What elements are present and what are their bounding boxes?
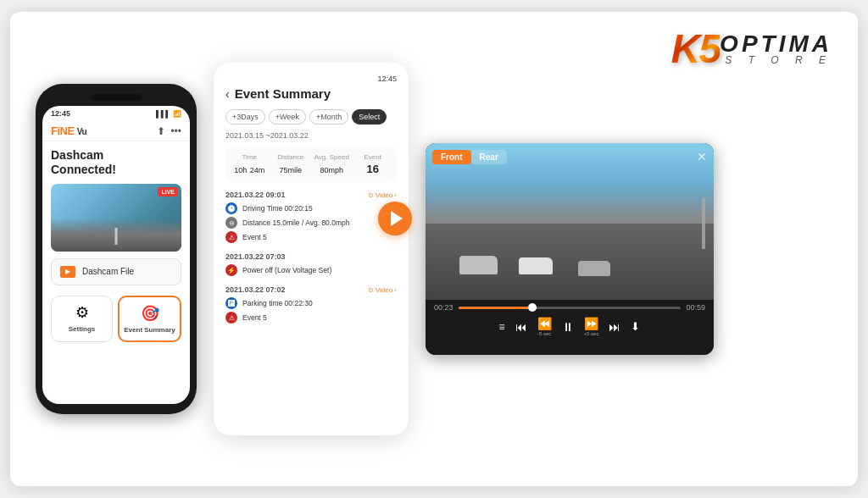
event-section-1-date: 2021.03.22 09:01 [225, 191, 286, 199]
more-icon[interactable]: ••• [170, 125, 181, 137]
stat-event-value: 16 [353, 163, 394, 175]
stat-event-label: Event [353, 153, 394, 161]
next-button[interactable]: ⏭ [609, 320, 620, 334]
ks-optima-logo: K5 OPTIMA S T O R E [671, 29, 832, 69]
rewind-label: -5 sec [537, 331, 551, 336]
video-controls-bar: 00:23 00:59 ≡ ⏮ ⏪ -5 sec [426, 300, 714, 355]
event-panel-time: 12:45 [377, 75, 397, 83]
event-section-3-header: 2021.03.22 07:02 ⊙ Video › [225, 285, 397, 294]
event-item-distance: ⊖ Distance 15.0mile / Avg. 80.0mph [225, 217, 397, 229]
event-panel-status-bar: 12:45 [225, 75, 397, 83]
stats-grid: Time 10h 24m Distance 75mile Avg. Speed … [225, 147, 397, 182]
live-badge: LIVE [158, 187, 178, 196]
play-button[interactable] [378, 202, 412, 235]
settings-label: Settings [69, 325, 96, 333]
optima-text: OPTIMA [720, 32, 832, 56]
tab-rear[interactable]: Rear [471, 150, 507, 164]
event-panel-header: ‹ Event Summary [225, 86, 397, 101]
stat-time-value: 10h 24m [229, 163, 270, 175]
controls-row: ≡ ⏮ ⏪ -5 sec ⏸ ⏩ +5 sec ⏭ [434, 317, 705, 336]
event-section-2-date: 2021.03.22 07:03 [225, 252, 286, 261]
filter-select-button[interactable]: Select [352, 109, 387, 125]
event-panel-title: Event Summary [235, 86, 331, 101]
stat-distance-label: Distance [270, 153, 312, 161]
pause-button[interactable]: ⏸ [562, 320, 574, 334]
settings-button[interactable]: ⚙ Settings [51, 296, 113, 342]
video-link-2[interactable]: ⊙ Video › [368, 286, 397, 294]
car-2 [519, 257, 553, 274]
event-section-3-date: 2021.03.22 07:02 [225, 285, 286, 294]
distance-text: Distance 15.0mile / Avg. 80.0mph [242, 219, 349, 227]
menu-button[interactable]: ≡ [499, 321, 505, 333]
event-5b-text: Event 5 [242, 313, 267, 322]
prev-button[interactable]: ⏮ [515, 320, 527, 334]
next-icon: ⏭ [609, 320, 620, 334]
download-button[interactable]: ⬇ [631, 320, 640, 333]
filter-week-button[interactable]: +Week [269, 109, 306, 125]
phone-notch [91, 94, 142, 101]
phone-screen: 12:45 ▌▌▌ 📶 FiNE Vu ⬆ ••• [42, 106, 190, 404]
phone-content: Dashcam Connected! LIVE ▶ Dashcam File [42, 141, 190, 404]
stat-distance-value: 75mile [270, 163, 312, 175]
date-range: 2021.03.15 ~2021.03.22 [225, 131, 397, 140]
upload-icon[interactable]: ⬆ [157, 125, 165, 137]
stat-event: Event 16 [353, 153, 394, 175]
pause-icon: ⏸ [562, 320, 574, 334]
forward-button[interactable]: ⏩ +5 sec [584, 317, 599, 336]
rewind-button[interactable]: ⏪ -5 sec [537, 317, 552, 336]
event-section-1-header: 2021.03.22 09:01 ⊙ Video › [225, 191, 397, 199]
back-arrow-icon[interactable]: ‹ [225, 87, 230, 101]
event-item-driving-time: 🕐 Driving Time 00:20:15 [225, 202, 397, 214]
video-frame [426, 143, 714, 300]
dashcam-file-label: Dashcam File [82, 267, 134, 276]
ks-logo-text: K5 [671, 29, 720, 69]
video-link-1[interactable]: ⊙ Video › [368, 191, 397, 199]
stat-speed-label: Avg. Speed [311, 153, 353, 161]
menu-icon: ≡ [499, 321, 505, 333]
event-summary-button[interactable]: 🎯 Event Summary [118, 296, 181, 342]
rewind-icon: ⏪ [537, 317, 552, 330]
car-3 [578, 261, 610, 276]
forward-label: +5 sec [584, 331, 599, 336]
stat-distance: Distance 75mile [270, 153, 312, 175]
video-tabs: Front Rear [432, 150, 507, 164]
filter-3days-button[interactable]: +3Days [225, 109, 265, 125]
phone-mockup: 12:45 ▌▌▌ 📶 FiNE Vu ⬆ ••• [36, 84, 197, 414]
event-section-2-header: 2021.03.22 07:03 [225, 252, 397, 261]
video-barrier [702, 198, 705, 249]
dashcam-live-image[interactable]: LIVE [51, 184, 181, 252]
play-triangle-icon [391, 211, 403, 226]
prev-icon: ⏮ [515, 320, 527, 334]
fine-vu-logo: FiNE Vu [51, 125, 86, 137]
settings-icon: ⚙ [75, 303, 89, 322]
road-line [115, 228, 118, 245]
main-container: 12:45 ▌▌▌ 📶 FiNE Vu ⬆ ••• [10, 12, 858, 486]
event-summary-panel: 12:45 ‹ Event Summary +3Days +Week +Mont… [214, 63, 409, 435]
forward-icon: ⏩ [584, 317, 598, 330]
event-5-text: Event 5 [242, 233, 267, 241]
video-close-button[interactable]: ✕ [697, 150, 707, 163]
distance-icon: ⊖ [225, 217, 237, 229]
event-summary-icon: 🎯 [141, 304, 159, 323]
tab-front[interactable]: Front [432, 150, 471, 164]
event-filter-buttons: +3Days +Week +Month Select [225, 109, 397, 125]
phone-status-icons: ▌▌▌ 📶 [156, 110, 181, 118]
time-total: 00:59 [686, 303, 705, 312]
event-5b-icon: ⚠ [225, 312, 237, 324]
dashcam-file-button[interactable]: ▶ Dashcam File [51, 258, 181, 285]
phone-bottom-buttons: ⚙ Settings 🎯 Event Summary [51, 292, 181, 346]
stat-time-label: Time [229, 153, 270, 161]
video-player: Front Rear ✕ 00:23 00:59 ≡ [426, 143, 714, 355]
driving-time-icon: 🕐 [225, 202, 237, 214]
power-off-icon: ⚡ [225, 264, 237, 276]
progress-dot [528, 303, 537, 312]
progress-bar[interactable] [459, 307, 682, 309]
stat-speed-value: 80mph [311, 163, 353, 175]
download-icon: ⬇ [631, 320, 640, 333]
event-5-icon: ⚠ [225, 231, 237, 243]
stat-speed: Avg. Speed 80mph [311, 153, 353, 175]
phone-body: 12:45 ▌▌▌ 📶 FiNE Vu ⬆ ••• [36, 84, 197, 414]
filter-month-button[interactable]: +Month [309, 109, 348, 125]
phone-status-bar: 12:45 ▌▌▌ 📶 [42, 106, 190, 121]
stat-time: Time 10h 24m [229, 153, 270, 175]
